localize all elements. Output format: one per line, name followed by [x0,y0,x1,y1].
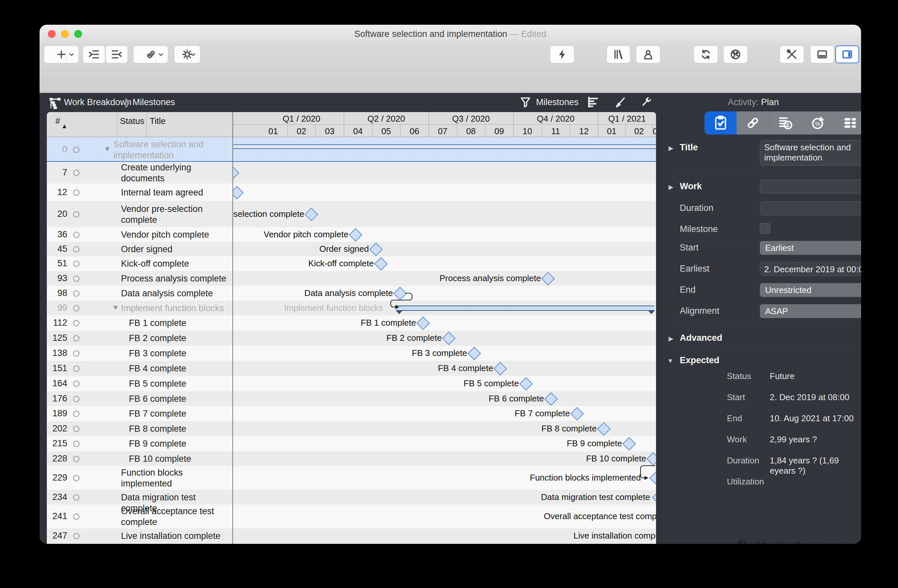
status-icon[interactable] [73,305,80,312]
row-title[interactable]: Internal team agreed [121,187,231,198]
row-title[interactable]: Live installation complete [121,531,231,542]
status-icon[interactable] [73,232,80,238]
status-icon[interactable] [73,350,80,357]
inspector-panel: $% ▶ Title Software selection and implem… [663,112,861,544]
settings-menu-button[interactable] [174,46,200,63]
inspector-tab-bar: $% [704,111,861,135]
status-icon[interactable] [73,396,80,402]
sort-ascending-icon[interactable]: ▲ [62,123,68,130]
funnel-icon[interactable] [519,96,532,109]
row-title[interactable]: FB 1 complete [129,318,231,329]
expected-disclosure-icon[interactable]: ▼ [667,357,674,365]
row-title[interactable]: Data analysis complete [121,288,231,299]
advanced-disclosure-icon[interactable]: ▶ [669,335,674,342]
breadcrumb-item[interactable]: Milestones [132,97,175,107]
row-title[interactable]: Create underlying documents [121,162,231,184]
row-title[interactable]: FB 4 complete [129,363,231,374]
row-number: 36 [47,229,67,239]
inspector-tab-clipboard-check[interactable] [704,111,737,135]
start-popup[interactable]: Earliest ▲▼ [760,241,861,255]
status-icon[interactable] [73,514,80,520]
status-icon[interactable] [73,441,80,447]
status-icon[interactable] [73,189,80,196]
row-title[interactable]: FB 5 complete [129,378,231,389]
status-icon[interactable] [73,290,80,296]
row-title[interactable]: Overall acceptance test complete [121,506,231,528]
row-title[interactable]: FB 9 complete [129,438,231,449]
breadcrumb-bar: Work Breakdown ❯ Milestones Milestones A… [40,93,861,112]
sync-button[interactable] [693,46,718,63]
row-title[interactable]: Vendor pre-selection complete [121,204,231,226]
tools-button[interactable] [780,46,804,63]
row-title[interactable]: FB 10 complete [129,453,231,464]
inspector-tab-percent-clock[interactable]: % [802,111,834,135]
activities-button[interactable] [550,46,574,63]
row-title[interactable]: Function blocks implemented [121,467,231,489]
duration-field-label: Duration [680,203,713,213]
add-item-button[interactable] [44,46,79,63]
breadcrumb-view[interactable]: Work Breakdown [64,97,132,107]
outdent-button[interactable] [106,46,128,63]
status-icon[interactable] [73,170,80,176]
status-icon[interactable] [73,494,80,500]
svg-text:%: % [815,120,820,127]
indent-icon [88,48,100,60]
row-title[interactable]: Vendor pitch complete [121,229,231,240]
row-title[interactable]: Order signed [121,244,231,255]
row-title[interactable]: FB 7 complete [129,408,231,419]
row-number: 0 [47,144,67,155]
status-icon[interactable] [73,320,80,326]
title-disclosure-icon[interactable]: ▶ [669,144,674,152]
inspector-tab-link[interactable] [737,111,769,135]
row-title[interactable]: FB 2 complete [129,333,231,344]
earliest-date-input[interactable]: 2. December 2019 at 00:00 ▼ [760,262,861,276]
library-button[interactable] [607,46,630,63]
inspector-tab-resources[interactable] [834,111,861,135]
settings-wrench-icon[interactable] [641,96,654,109]
disclosure-triangle-icon[interactable]: ▼ [112,304,119,312]
milestone-checkbox[interactable] [760,223,770,234]
status-icon[interactable] [73,261,80,267]
duration-input[interactable] [760,201,861,215]
resources-button[interactable] [636,46,660,63]
style-brush-icon[interactable] [614,96,626,109]
status-icon[interactable] [73,456,80,462]
column-header-number[interactable]: # [55,116,60,126]
indent-button[interactable] [83,46,105,63]
status-icon[interactable] [73,426,80,432]
filter-label[interactable]: Milestones [536,97,578,107]
row-title[interactable]: Implement function blocks [121,303,231,314]
expected-row-value: Future [770,371,795,381]
inspector-tab-money[interactable]: $ [769,111,801,135]
status-icon[interactable] [73,335,80,341]
title-input[interactable]: Software selection and implementation [760,140,861,166]
column-header-title[interactable]: Title [150,116,166,126]
network-button[interactable] [723,46,748,63]
attachment-button[interactable] [133,46,168,63]
status-icon[interactable] [73,381,80,387]
row-title[interactable]: Software selection and implementation [114,139,231,161]
row-title[interactable]: FB 8 complete [129,424,231,434]
status-icon[interactable] [73,411,80,417]
merlin-hat-icon [729,537,750,544]
status-icon[interactable] [73,147,80,153]
row-title[interactable]: FB 3 complete [129,348,231,359]
alignment-popup[interactable]: ASAP ▲▼ [760,304,861,318]
status-icon[interactable] [73,533,80,539]
end-popup[interactable]: Unrestricted ▲▼ [760,283,861,297]
status-icon[interactable] [73,475,80,481]
status-icon[interactable] [73,211,80,218]
status-icon[interactable] [73,365,80,372]
status-icon[interactable] [73,276,80,282]
row-title[interactable]: FB 6 complete [129,393,231,404]
toggle-inspector-button[interactable] [835,46,859,63]
row-title[interactable]: Process analysis complete [121,273,231,284]
work-input[interactable] [760,180,861,193]
view-options-icon[interactable] [587,96,599,109]
disclosure-triangle-icon[interactable]: ▼ [104,145,111,153]
row-title[interactable]: Kick-off complete [121,258,231,269]
column-header-status[interactable]: Status [120,116,145,126]
toggle-bottom-panel-button[interactable] [810,46,834,63]
work-disclosure-icon[interactable]: ▶ [669,183,674,191]
status-icon[interactable] [73,246,80,252]
